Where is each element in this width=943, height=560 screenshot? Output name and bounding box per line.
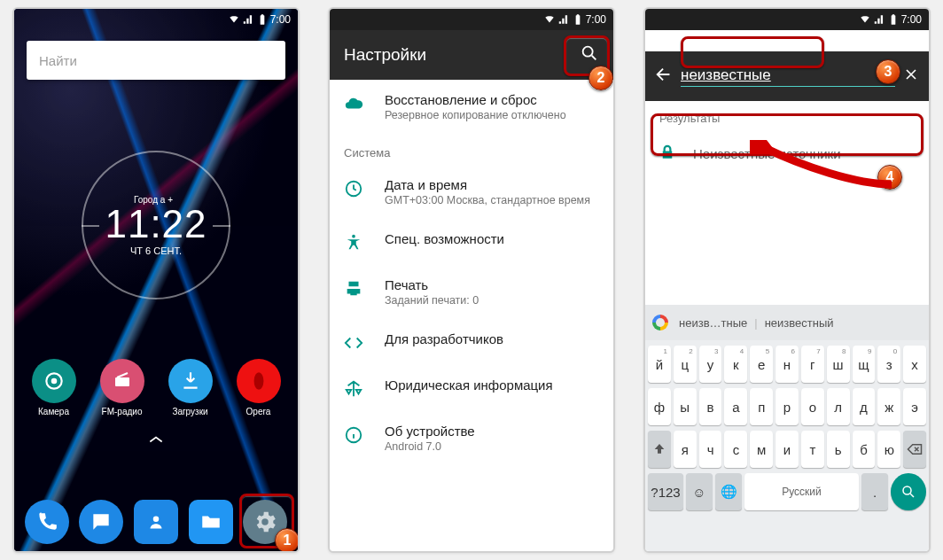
key-р[interactable]: р [775, 388, 799, 425]
suggestion-2[interactable]: неизвестный [763, 313, 836, 333]
key-т[interactable]: т [801, 431, 824, 468]
app-opera[interactable]: Opera [228, 359, 290, 416]
app-downloads[interactable]: Загрузки [160, 359, 222, 416]
key-х[interactable]: х [903, 346, 926, 383]
settings-item-about[interactable]: Об устройствеAndroid 7.0 [330, 411, 613, 465]
key-а[interactable]: а [724, 388, 747, 425]
key-search[interactable] [891, 473, 926, 510]
svg-point-9 [903, 486, 911, 494]
key-и[interactable]: и [775, 431, 799, 468]
key-backspace[interactable] [903, 431, 926, 468]
settings-item-developer[interactable]: Для разработчиков [330, 319, 613, 365]
key-symbols[interactable]: ?123 [648, 473, 683, 510]
key-ж[interactable]: ж [877, 388, 900, 425]
close-icon [902, 66, 920, 83]
svg-rect-2 [115, 377, 129, 386]
key-э[interactable]: э [903, 388, 926, 425]
dock-files[interactable] [189, 500, 233, 544]
key-ь[interactable]: ь [827, 431, 850, 468]
download-icon [168, 359, 213, 403]
key-ы[interactable]: ы [674, 388, 697, 425]
cloud-icon [344, 94, 363, 113]
key-у[interactable]: у3 [699, 346, 722, 383]
key-е[interactable]: е5 [750, 346, 773, 383]
key-б[interactable]: б [853, 431, 876, 468]
clear-button[interactable] [902, 66, 920, 87]
app-camera[interactable]: Камера [23, 359, 85, 416]
highlight-3 [681, 36, 824, 68]
settings-item-backup[interactable]: Восстановление и сбросРезервное копирова… [330, 80, 613, 134]
wifi-icon [228, 13, 240, 26]
status-time: 7:00 [270, 13, 291, 26]
step-badge-3: 3 [876, 59, 900, 84]
app-fm-radio[interactable]: FM-радио [91, 359, 153, 416]
dock-messages[interactable] [79, 500, 123, 544]
settings-title: Настройки [344, 45, 426, 65]
key-language[interactable]: 🌐 [715, 473, 742, 510]
key-ч[interactable]: ч [699, 431, 722, 468]
settings-list[interactable]: Восстановление и сбросРезервное копирова… [330, 80, 613, 465]
search-icon [900, 484, 916, 500]
key-о[interactable]: о [801, 388, 824, 425]
back-button[interactable] [654, 65, 674, 88]
key-shift[interactable] [648, 431, 671, 468]
google-search-bar[interactable]: Найти [27, 41, 285, 80]
key-к[interactable]: к4 [724, 346, 747, 383]
key-я[interactable]: я [674, 431, 697, 468]
search-panel: 7:00 неизвестные 3 Результаты Неизвестны… [643, 7, 931, 553]
svg-point-3 [253, 372, 263, 390]
camera-icon [32, 359, 76, 403]
signal-icon [557, 13, 570, 26]
accessibility-icon [344, 233, 363, 253]
radio-icon [100, 359, 144, 403]
key-ш[interactable]: ш8 [827, 346, 850, 383]
wifi-icon [543, 13, 556, 26]
drawer-caret-icon[interactable] [147, 432, 165, 448]
key-г[interactable]: г7 [801, 346, 824, 383]
svg-point-7 [352, 235, 355, 238]
clock-icon [344, 179, 363, 198]
home-screen-panel: 7:00 Найти Город а + 11:22 ЧТ 6 СЕНТ. Ка… [12, 7, 300, 553]
battery-icon [887, 13, 900, 26]
step-badge-1: 1 [275, 528, 298, 551]
code-icon [344, 333, 363, 353]
settings-item-datetime[interactable]: Дата и времяGMT+03:00 Москва, стандартно… [330, 165, 613, 219]
key-д[interactable]: д [853, 388, 876, 425]
battery-icon [256, 13, 269, 26]
key-emoji[interactable]: ☺ [686, 473, 713, 510]
search-placeholder: Найти [39, 53, 77, 68]
key-л[interactable]: л [827, 388, 850, 425]
key-м[interactable]: м [750, 431, 773, 468]
key-щ[interactable]: щ9 [853, 346, 876, 383]
key-ц[interactable]: ц2 [674, 346, 697, 383]
key-п[interactable]: п [750, 388, 773, 425]
home-wallpaper: 7:00 Найти Город а + 11:22 ЧТ 6 СЕНТ. Ка… [14, 9, 298, 551]
wifi-icon [859, 13, 871, 26]
google-logo-icon [652, 315, 668, 331]
key-в[interactable]: в [699, 388, 722, 425]
clock-time: 11:22 [105, 205, 207, 244]
key-ю[interactable]: ю [877, 431, 900, 468]
search-input[interactable]: неизвестные [681, 66, 895, 87]
suggestion-1[interactable]: неизв…тные [677, 313, 749, 333]
status-bar: 7:00 [330, 9, 613, 30]
settings-item-accessibility[interactable]: Спец. возможности [330, 219, 613, 265]
highlight-4 [651, 113, 924, 156]
key-н[interactable]: н6 [775, 346, 799, 383]
suggestion-bar: неизв…тные | неизвестный [645, 305, 929, 340]
section-system: Система [330, 134, 613, 165]
key-ф[interactable]: ф [648, 388, 671, 425]
clock-widget[interactable]: Город а + 11:22 ЧТ 6 СЕНТ. [82, 151, 230, 299]
dock-phone[interactable] [25, 500, 69, 544]
clock-date: ЧТ 6 СЕНТ. [130, 245, 182, 256]
key-з[interactable]: з0 [877, 346, 900, 383]
status-time: 7:00 [586, 13, 606, 26]
settings-item-legal[interactable]: Юридическая информация [330, 365, 613, 411]
key-period[interactable]: . [861, 473, 888, 510]
key-space[interactable]: Русский [744, 473, 859, 510]
app-row: Камера FM-радио Загрузки Opera [14, 359, 298, 416]
dock-contacts[interactable] [134, 500, 178, 544]
key-й[interactable]: й1 [648, 346, 671, 383]
settings-item-print[interactable]: ПечатьЗаданий печати: 0 [330, 265, 613, 319]
key-с[interactable]: с [724, 431, 747, 468]
